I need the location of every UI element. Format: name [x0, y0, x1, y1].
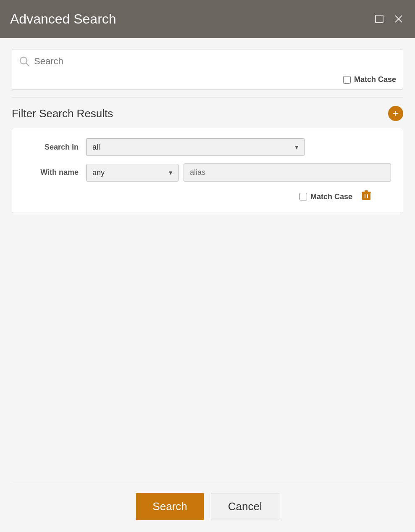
svg-rect-0 [376, 15, 383, 23]
filter-match-case-label[interactable]: Match Case [299, 192, 352, 201]
close-button[interactable] [392, 13, 405, 25]
search-in-row: Search in all name description tags ▼ [24, 138, 391, 156]
spacer [12, 213, 403, 481]
svg-rect-5 [362, 192, 370, 200]
advanced-search-dialog: Advanced Search [0, 0, 415, 532]
search-button[interactable]: Search [136, 493, 204, 520]
search-in-select[interactable]: all name description tags [86, 138, 305, 156]
search-in-select-wrapper: all name description tags ▼ [86, 138, 305, 156]
with-name-row: With name any contains starts with ends … [24, 163, 391, 182]
with-name-label: With name [24, 168, 79, 177]
title-bar-controls [373, 13, 405, 25]
minimize-button[interactable] [373, 13, 386, 25]
search-input-wrapper [12, 50, 403, 73]
with-name-select-wrapper: any contains starts with ends with equal… [86, 164, 179, 182]
search-match-case-checkbox[interactable] [343, 76, 351, 84]
delete-filter-button[interactable] [360, 189, 373, 204]
filter-section-header: Filter Search Results + [12, 106, 403, 121]
dialog-footer: Search Cancel [0, 481, 415, 532]
svg-rect-9 [365, 190, 368, 192]
search-match-case-row: Match Case [12, 73, 403, 89]
with-name-select[interactable]: any contains starts with ends with equal… [86, 164, 179, 182]
svg-rect-7 [367, 194, 368, 198]
divider-1 [12, 97, 403, 97]
svg-line-4 [26, 63, 29, 66]
filter-match-case-checkbox[interactable] [299, 193, 307, 200]
plus-icon: + [388, 106, 403, 121]
filter-section-title: Filter Search Results [12, 107, 113, 120]
filter-box: Search in all name description tags ▼ Wi… [12, 128, 403, 213]
name-input[interactable] [184, 163, 391, 182]
svg-rect-8 [362, 192, 371, 193]
search-match-case-text: Match Case [354, 75, 396, 84]
search-section: Match Case [12, 50, 403, 90]
search-icon [19, 56, 30, 67]
search-input[interactable] [34, 56, 396, 67]
filter-match-case-row: Match Case [24, 189, 391, 204]
filter-match-case-text: Match Case [310, 192, 352, 201]
dialog-title: Advanced Search [10, 11, 116, 27]
cancel-button[interactable]: Cancel [211, 493, 279, 520]
title-bar: Advanced Search [0, 0, 415, 38]
svg-rect-6 [365, 194, 365, 198]
search-in-label: Search in [24, 143, 79, 152]
search-match-case-label[interactable]: Match Case [343, 75, 396, 84]
add-filter-button[interactable]: + [388, 106, 403, 121]
dialog-body: Match Case Filter Search Results + Searc… [0, 38, 415, 481]
